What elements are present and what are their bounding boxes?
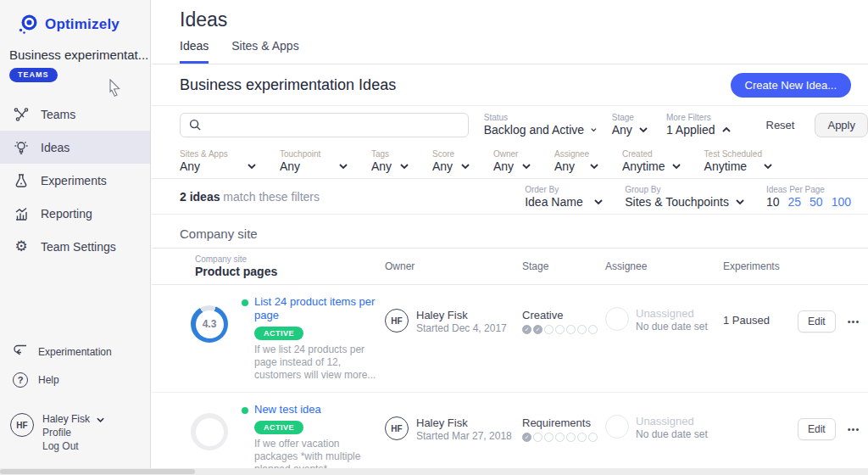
filter-test-scheduled[interactable]: Test Scheduled Anytime (704, 149, 772, 173)
score-value (196, 418, 224, 446)
more-menu-icon[interactable]: ••• (848, 310, 860, 327)
filter-touchpoint[interactable]: Touchpoint Any (280, 149, 348, 173)
tab-sites-apps[interactable]: Sites & Apps (231, 39, 298, 64)
scrollbar-thumb[interactable] (0, 469, 195, 474)
help-link[interactable]: ? Help (0, 366, 150, 394)
group-by-dropdown[interactable]: Group By Sites & Touchpoints (625, 185, 744, 209)
profile-link[interactable]: Profile (42, 427, 104, 439)
experiments-status (723, 403, 798, 475)
filter-value: Any (371, 159, 392, 173)
idea-row: 4.3 List 24 product items per page ACTIV… (152, 285, 868, 393)
filter-value: Any (280, 159, 300, 173)
filter-status[interactable]: Status Backlog and Active (484, 113, 597, 137)
column-group-label: Company site (195, 254, 385, 265)
filter-created[interactable]: Created Anytime (622, 149, 681, 173)
chevron-up-icon (722, 127, 731, 132)
teams-badge: TEAMS (9, 68, 58, 82)
reset-button[interactable]: Reset (766, 119, 795, 131)
more-menu-icon[interactable]: ••• (848, 418, 860, 434)
filter-stage[interactable]: Stage Any (612, 113, 651, 137)
user-name: Haley Fisk (42, 413, 90, 426)
active-dot-icon (242, 299, 248, 306)
sidebar-item-label: Teams (41, 108, 75, 121)
optimizely-logo[interactable]: Optimizely (0, 0, 150, 36)
create-new-idea-button[interactable]: Create New Idea... (731, 73, 851, 98)
per-page-option-10[interactable]: 10 (766, 195, 780, 209)
filter-value: Anytime (622, 159, 665, 173)
logout-link[interactable]: Log Out (42, 440, 104, 453)
edit-button[interactable]: Edit (798, 310, 836, 332)
search-input[interactable] (202, 119, 468, 131)
filter-label: Assignee (554, 149, 598, 159)
sidebar-item-label: Team Settings (41, 240, 116, 254)
group-by-label: Group By (625, 185, 744, 195)
experimentation-label: Experimentation (38, 346, 112, 358)
tab-ideas[interactable]: Ideas (180, 39, 209, 64)
filter-more-filters[interactable]: More Filters 1 Applied (666, 113, 732, 137)
flask-icon (13, 173, 30, 188)
filter-label: Touchpoint (280, 149, 348, 159)
experimentation-link[interactable]: Experimentation (0, 338, 150, 366)
search-box[interactable] (180, 113, 469, 137)
table-header: Company site Product pages Owner Stage A… (152, 248, 868, 285)
owner-name: Haley Fisk (416, 416, 512, 430)
owner-name: Haley Fisk (416, 309, 507, 322)
idea-title-link[interactable]: New test idea (254, 403, 321, 416)
sidebar-item-label: Reporting (41, 207, 92, 221)
filter-value: 1 Applied (666, 123, 715, 137)
owner-avatar: HF (385, 416, 409, 440)
sidebar-item-experiments[interactable]: Experiments (0, 164, 150, 197)
sidebar-item-teams[interactable]: Teams (0, 98, 150, 131)
apply-button[interactable]: Apply (815, 113, 868, 137)
results-bar: 2 ideas match these filters Order By Ide… (152, 179, 868, 215)
filter-label: Tags (371, 149, 409, 159)
tab-bar: Ideas Sites & Apps (152, 39, 868, 64)
order-by-value: Idea Name (525, 195, 582, 209)
score-ring: 4.3 (191, 305, 228, 343)
column-stage: Stage (522, 260, 605, 272)
help-label: Help (38, 374, 59, 386)
per-page-option-50[interactable]: 50 (810, 195, 823, 209)
sidebar-item-ideas[interactable]: Ideas (0, 131, 150, 164)
filter-score[interactable]: Score Any (432, 149, 470, 173)
filter-assignee[interactable]: Assignee Any (554, 149, 598, 173)
chevron-down-icon (248, 164, 256, 169)
filter-label: Sites & Apps (180, 149, 256, 159)
filter-bar-secondary: Sites & Apps Any Touchpoint Any Tags Any (152, 143, 868, 179)
horizontal-scrollbar[interactable] (0, 468, 868, 475)
user-avatar[interactable]: HF (10, 413, 34, 437)
filter-value: Any (180, 159, 200, 173)
edit-button[interactable]: Edit (798, 418, 836, 440)
filter-owner[interactable]: Owner Any (493, 149, 531, 173)
owner-started: Started Mar 27, 2018 (416, 430, 512, 442)
chevron-down-icon (591, 127, 597, 132)
group-by-value: Sites & Touchpoints (625, 195, 729, 209)
filter-sites-apps[interactable]: Sites & Apps Any (180, 149, 256, 173)
score-value: 4.3 (196, 310, 224, 338)
user-menu[interactable]: Haley Fisk (42, 413, 104, 426)
chevron-down-icon (764, 164, 772, 169)
mouse-cursor-icon (107, 79, 123, 101)
sidebar-item-team-settings[interactable]: ⚙ Team Settings (0, 230, 150, 263)
order-by-label: Order By (525, 185, 603, 195)
section-title: Business experimentation Ideas (180, 76, 396, 94)
idea-row: New test idea ACTIVE If we offer vacatio… (152, 393, 868, 475)
sidebar-item-reporting[interactable]: Reporting (0, 197, 150, 230)
idea-title-link[interactable]: List 24 product items per page (254, 295, 385, 322)
per-page-option-100[interactable]: 100 (832, 195, 851, 209)
filter-label: Status (484, 113, 597, 123)
filter-bar-primary: Status Backlog and Active Stage Any More… (152, 106, 868, 143)
match-count: 2 ideas match these filters (180, 190, 320, 204)
column-assignee: Assignee (605, 260, 723, 272)
stage-name: Requirements (522, 416, 605, 429)
order-by-dropdown[interactable]: Order By Idea Name (525, 185, 603, 209)
filter-value: Anytime (704, 159, 748, 173)
match-count-number: 2 ideas (180, 190, 220, 204)
per-page-label: Ideas Per Page (766, 185, 851, 195)
lightbulb-icon (13, 140, 30, 155)
filter-label: Owner (493, 149, 531, 159)
per-page-option-25[interactable]: 25 (787, 195, 801, 209)
chevron-down-icon (672, 164, 681, 169)
sidebar-nav: Teams Ideas Experiments (0, 98, 150, 263)
filter-tags[interactable]: Tags Any (371, 149, 409, 173)
